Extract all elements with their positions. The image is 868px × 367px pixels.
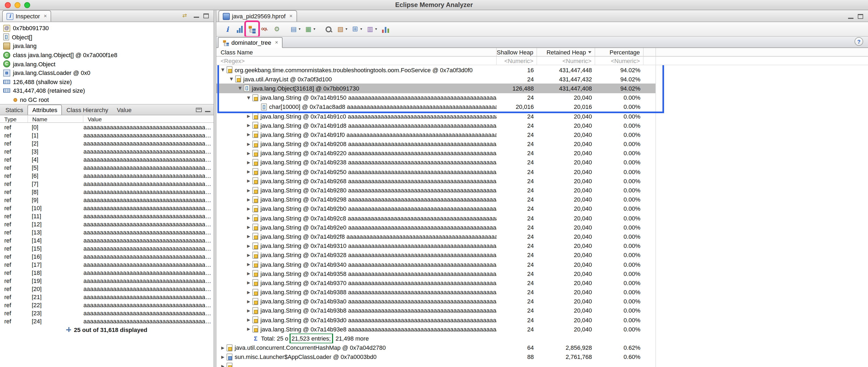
collapse-icon[interactable] bbox=[228, 77, 235, 82]
tree-row[interactable] bbox=[216, 362, 656, 367]
tree-row[interactable]: java.lang.String @ 0x7a14b9268 aaaaaaaaa… bbox=[216, 176, 656, 186]
tree-row[interactable]: char[10000] @ 0x7a1ac8ad8 aaaaaaaaaaaaaa… bbox=[216, 103, 656, 112]
attribute-row[interactable]: ref[16]aaaaaaaaaaaaaaaaaaaaaaaaaaaaaaaaa… bbox=[0, 252, 214, 260]
attribute-row[interactable]: ref[4]aaaaaaaaaaaaaaaaaaaaaaaaaaaaaaaaaa… bbox=[0, 156, 214, 164]
tree-row[interactable]: java.lang.Object[31618] @ 0x7bb091730126… bbox=[216, 84, 656, 93]
inspector-item[interactable]: class java.lang.Object[] @ 0x7a000f1e8 bbox=[0, 51, 214, 60]
tree-row[interactable]: java.lang.String @ 0x7a14b9280 aaaaaaaaa… bbox=[216, 186, 656, 195]
tree-row[interactable]: java.util.ArrayList @ 0x7a0f3d10024431,4… bbox=[216, 74, 656, 84]
tree-row[interactable]: java.lang.String @ 0x7a14b9208 aaaaaaaaa… bbox=[216, 139, 656, 148]
expand-icon[interactable] bbox=[245, 234, 252, 239]
view-menu-icon[interactable] bbox=[196, 108, 202, 112]
collapse-icon[interactable] bbox=[245, 95, 252, 100]
expand-icon[interactable] bbox=[245, 290, 252, 294]
inspector-item[interactable]: java.lang.Object bbox=[0, 60, 214, 68]
expand-icon[interactable] bbox=[245, 327, 252, 332]
inspector-item[interactable]: 431,447,408 (retained size) bbox=[0, 86, 214, 95]
attribute-row[interactable]: ref[5]aaaaaaaaaaaaaaaaaaaaaaaaaaaaaaaaaa… bbox=[0, 164, 214, 172]
tree-row[interactable]: java.lang.String @ 0x7a14b93e8 aaaaaaaaa… bbox=[216, 325, 656, 334]
column-header-class-name[interactable]: Class Name bbox=[216, 48, 497, 56]
filter-regex[interactable]: <Regex> bbox=[216, 57, 497, 65]
tree-row[interactable]: java.lang.String @ 0x7a14b9298 aaaaaaaaa… bbox=[216, 195, 656, 204]
open-query-browser-dropdown[interactable] bbox=[288, 23, 302, 35]
tree-row[interactable]: java.lang.String @ 0x7a14b9250 aaaaaaaaa… bbox=[216, 167, 656, 176]
dominator-tree-tab[interactable]: dominator_tree bbox=[218, 37, 282, 48]
calculate-retained-size-dropdown[interactable] bbox=[350, 23, 364, 35]
inspector-item[interactable]: 0x7bb091730 bbox=[0, 24, 214, 33]
attribute-row[interactable]: ref[7]aaaaaaaaaaaaaaaaaaaaaaaaaaaaaaaaaa… bbox=[0, 180, 214, 188]
attribute-row[interactable]: ref[11]aaaaaaaaaaaaaaaaaaaaaaaaaaaaaaaaa… bbox=[0, 212, 214, 220]
collapse-icon[interactable] bbox=[237, 86, 243, 91]
expand-icon[interactable] bbox=[245, 225, 252, 230]
expand-icon[interactable] bbox=[245, 281, 252, 285]
column-header-value[interactable]: Value bbox=[84, 116, 214, 122]
rows-displayed-footer[interactable]: 25 out of 31,618 displayed bbox=[0, 325, 214, 334]
tree-row[interactable]: java.lang.String @ 0x7a14b93d0 aaaaaaaaa… bbox=[216, 315, 656, 324]
tree-row[interactable]: java.lang.String @ 0x7a14b9220 aaaaaaaaa… bbox=[216, 148, 656, 158]
expand-icon[interactable] bbox=[245, 141, 252, 146]
inspector-item[interactable]: java.lang bbox=[0, 41, 214, 50]
attribute-row[interactable]: ref[21]aaaaaaaaaaaaaaaaaaaaaaaaaaaaaaaaa… bbox=[0, 293, 214, 301]
maximize-view-icon[interactable] bbox=[858, 14, 863, 19]
expand-icon[interactable] bbox=[245, 169, 252, 174]
link-with-selection-icon[interactable] bbox=[182, 12, 189, 19]
tree-row[interactable]: sun.misc.Launcher$AppClassLoader @ 0x7a0… bbox=[216, 352, 656, 362]
compare-dropdown[interactable] bbox=[365, 23, 379, 35]
column-header-shallow-heap[interactable]: Shallow Heap bbox=[497, 48, 537, 56]
expand-icon[interactable] bbox=[245, 151, 252, 156]
expand-icon[interactable] bbox=[245, 197, 252, 202]
overview-info-button[interactable] bbox=[222, 23, 233, 35]
filter-numeric-3[interactable]: <Numeric> bbox=[595, 57, 644, 65]
close-icon[interactable] bbox=[289, 13, 292, 19]
tree-row[interactable]: java.lang.String @ 0x7a14b9238 aaaaaaaaa… bbox=[216, 158, 656, 167]
tree-row[interactable]: java.lang.String @ 0x7a14b9310 aaaaaaaaa… bbox=[216, 241, 656, 250]
attribute-row[interactable]: ref[0]aaaaaaaaaaaaaaaaaaaaaaaaaaaaaaaaaa… bbox=[0, 123, 214, 131]
tree-row[interactable]: java.lang.String @ 0x7a14b92b0 aaaaaaaaa… bbox=[216, 204, 656, 214]
tree-row[interactable]: java.lang.String @ 0x7a14b9388 aaaaaaaaa… bbox=[216, 287, 656, 297]
attribute-row[interactable]: ref[22]aaaaaaaaaaaaaaaaaaaaaaaaaaaaaaaaa… bbox=[0, 301, 214, 309]
histogram-button[interactable] bbox=[234, 23, 245, 35]
column-header-name[interactable]: Name bbox=[28, 116, 84, 122]
attribute-row[interactable]: ref[8]aaaaaaaaaaaaaaaaaaaaaaaaaaaaaaaaaa… bbox=[0, 188, 214, 196]
editor-tab[interactable]: java_pid29569.hprof bbox=[218, 10, 297, 22]
expand-icon[interactable] bbox=[245, 317, 252, 322]
attribute-row[interactable]: ref[24]aaaaaaaaaaaaaaaaaaaaaaaaaaaaaaaaa… bbox=[0, 317, 214, 325]
attribute-row[interactable]: ref[10]aaaaaaaaaaaaaaaaaaaaaaaaaaaaaaaaa… bbox=[0, 204, 214, 212]
minimize-view-icon[interactable] bbox=[194, 13, 199, 18]
maximize-view-icon[interactable] bbox=[204, 13, 209, 18]
inspector-item[interactable]: 126,488 (shallow size) bbox=[0, 77, 214, 86]
tree-row[interactable]: java.lang.String @ 0x7a14b91d8 aaaaaaaaa… bbox=[216, 121, 656, 130]
attribute-row[interactable]: ref[19]aaaaaaaaaaaaaaaaaaaaaaaaaaaaaaaaa… bbox=[0, 277, 214, 285]
minimize-view-icon[interactable] bbox=[848, 14, 854, 19]
column-header-retained-heap[interactable]: Retained Heap bbox=[537, 48, 595, 56]
attribute-row[interactable]: ref[15]aaaaaaaaaaaaaaaaaaaaaaaaaaaaaaaaa… bbox=[0, 245, 214, 252]
expand-icon[interactable] bbox=[245, 299, 252, 304]
expand-icon[interactable] bbox=[245, 243, 252, 248]
column-header-percentage[interactable]: Percentage bbox=[595, 48, 644, 56]
tree-row[interactable]: java.lang.String @ 0x7a14b92e0 aaaaaaaaa… bbox=[216, 223, 656, 232]
tree-row[interactable]: java.lang.String @ 0x7a14b92c8 aaaaaaaaa… bbox=[216, 214, 656, 223]
attribute-row[interactable]: ref[9]aaaaaaaaaaaaaaaaaaaaaaaaaaaaaaaaaa… bbox=[0, 196, 214, 204]
attribute-row[interactable]: ref[14]aaaaaaaaaaaaaaaaaaaaaaaaaaaaaaaaa… bbox=[0, 236, 214, 245]
tree-row[interactable]: java.lang.String @ 0x7a14b9328 aaaaaaaaa… bbox=[216, 251, 656, 260]
search-button[interactable] bbox=[323, 23, 334, 35]
attribute-row[interactable]: ref[12]aaaaaaaaaaaaaaaaaaaaaaaaaaaaaaaaa… bbox=[0, 220, 214, 228]
expand-icon[interactable] bbox=[245, 179, 252, 184]
run-expert-test-dropdown[interactable] bbox=[303, 23, 317, 35]
expand-icon[interactable] bbox=[245, 188, 252, 193]
close-window-button[interactable] bbox=[5, 2, 11, 8]
expand-icon[interactable] bbox=[245, 132, 252, 137]
help-button[interactable]: ? bbox=[855, 37, 863, 46]
attribute-row[interactable]: ref[23]aaaaaaaaaaaaaaaaaaaaaaaaaaaaaaaaa… bbox=[0, 309, 214, 317]
inspector-item[interactable]: Object[] bbox=[0, 33, 214, 41]
tree-row[interactable]: java.lang.String @ 0x7a14b91f0 aaaaaaaaa… bbox=[216, 130, 656, 139]
minimize-section-icon[interactable] bbox=[205, 108, 210, 112]
attribute-row[interactable]: ref[3]aaaaaaaaaaaaaaaaaaaaaaaaaaaaaaaaaa… bbox=[0, 147, 214, 156]
column-header-type[interactable]: Type bbox=[0, 116, 28, 122]
minimize-window-button[interactable] bbox=[14, 2, 21, 8]
expand-icon[interactable] bbox=[245, 271, 252, 276]
zoom-window-button[interactable] bbox=[24, 2, 30, 8]
oql-button[interactable] bbox=[259, 23, 270, 35]
tree-row[interactable]: java.lang.String @ 0x7a14b9340 aaaaaaaaa… bbox=[216, 260, 656, 269]
tree-row[interactable]: java.lang.String @ 0x7a14b9358 aaaaaaaaa… bbox=[216, 269, 656, 278]
